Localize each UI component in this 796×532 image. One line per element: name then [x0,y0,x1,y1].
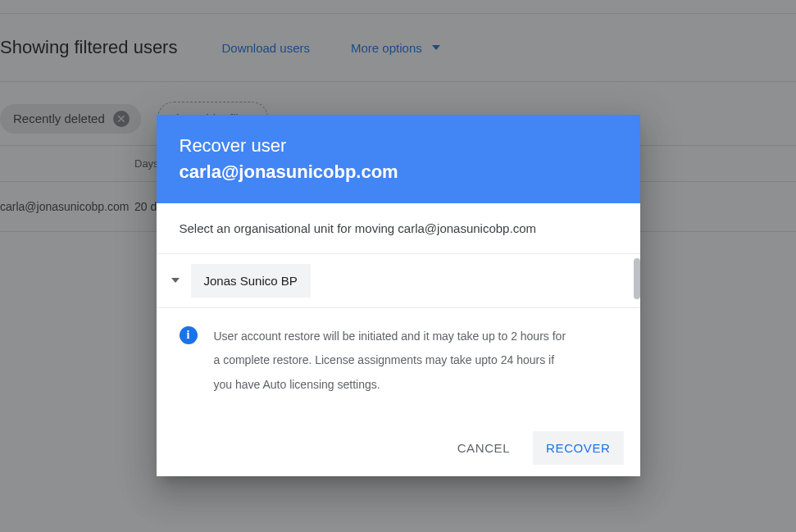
info-icon: i [180,326,198,344]
scrollbar-thumb[interactable] [634,258,640,299]
info-text: User account restore will be initiated a… [214,325,575,397]
org-unit-selected[interactable]: Jonas Sunico BP [191,264,311,298]
recover-button[interactable]: RECOVER [533,431,623,465]
org-unit-picker[interactable]: Jonas Sunico BP [157,254,640,308]
recover-user-dialog: Recover user carla@jonasunicobp.com Sele… [157,115,640,476]
title-email: carla@jonasunicobp.com [180,161,398,182]
title-text: Recover user [180,135,287,156]
chevron-down-icon [171,278,180,283]
dialog-subtext: Select an organisational unit for moving… [157,203,640,254]
dialog-title: Recover user carla@jonasunicobp.com [180,133,617,185]
modal-overlay: Recover user carla@jonasunicobp.com Sele… [0,0,796,532]
info-row: i User account restore will be initiated… [157,308,640,425]
cancel-button[interactable]: CANCEL [444,431,523,465]
dialog-header: Recover user carla@jonasunicobp.com [157,115,640,203]
dialog-actions: CANCEL RECOVER [157,425,640,476]
